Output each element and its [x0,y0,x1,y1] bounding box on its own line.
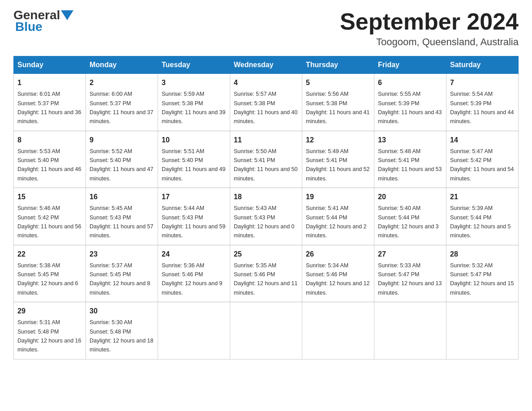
day-number: 2 [90,77,154,88]
calendar-cell: 14 Sunrise: 5:47 AMSunset: 5:42 PMDaylig… [446,131,519,188]
day-number: 11 [234,135,298,146]
day-number: 19 [306,192,370,202]
day-number: 6 [378,77,442,88]
day-number: 14 [450,135,515,146]
calendar-cell: 12 Sunrise: 5:49 AMSunset: 5:41 PMDaylig… [302,131,374,188]
calendar-cell: 22 Sunrise: 5:38 AMSunset: 5:45 PMDaylig… [14,245,86,302]
day-number: 20 [378,192,442,202]
day-info: Sunrise: 5:37 AMSunset: 5:45 PMDaylight:… [90,262,150,296]
day-info: Sunrise: 5:31 AMSunset: 5:48 PMDaylight:… [17,319,81,353]
calendar-cell: 10 Sunrise: 5:51 AMSunset: 5:40 PMDaylig… [158,131,230,188]
calendar-cell: 25 Sunrise: 5:35 AMSunset: 5:46 PMDaylig… [230,245,302,302]
day-number: 9 [90,135,154,146]
calendar-cell: 19 Sunrise: 5:41 AMSunset: 5:44 PMDaylig… [302,188,374,245]
calendar-cell: 7 Sunrise: 5:54 AMSunset: 5:39 PMDayligh… [446,74,519,131]
day-number: 23 [90,249,154,260]
title-area: September 2024 Toogoom, Queensland, Aust… [340,9,519,48]
calendar-cell: 6 Sunrise: 5:55 AMSunset: 5:39 PMDayligh… [374,74,446,131]
calendar-cell: 16 Sunrise: 5:45 AMSunset: 5:43 PMDaylig… [86,188,158,245]
calendar-cell [302,302,374,360]
day-info: Sunrise: 5:32 AMSunset: 5:47 PMDaylight:… [450,262,514,296]
day-info: Sunrise: 5:35 AMSunset: 5:46 PMDaylight:… [234,262,297,296]
calendar-cell: 21 Sunrise: 5:39 AMSunset: 5:44 PMDaylig… [446,188,519,245]
calendar-week-row: 22 Sunrise: 5:38 AMSunset: 5:45 PMDaylig… [14,245,519,302]
calendar-cell: 15 Sunrise: 5:46 AMSunset: 5:42 PMDaylig… [14,188,86,245]
calendar-cell: 18 Sunrise: 5:43 AMSunset: 5:43 PMDaylig… [230,188,302,245]
calendar-cell: 13 Sunrise: 5:48 AMSunset: 5:41 PMDaylig… [374,131,446,188]
day-info: Sunrise: 5:57 AMSunset: 5:38 PMDaylight:… [234,91,297,124]
logo-triangle-icon [61,10,73,20]
month-year-title: September 2024 [340,9,519,34]
day-number: 25 [234,249,298,260]
calendar-header-row: SundayMondayTuesdayWednesdayThursdayFrid… [14,56,519,74]
day-number: 10 [162,135,226,146]
calendar-week-row: 29 Sunrise: 5:31 AMSunset: 5:48 PMDaylig… [14,302,519,360]
day-info: Sunrise: 5:30 AMSunset: 5:48 PMDaylight:… [90,319,153,353]
day-info: Sunrise: 5:44 AMSunset: 5:43 PMDaylight:… [162,205,225,239]
day-number: 15 [17,192,82,202]
calendar-cell: 2 Sunrise: 6:00 AMSunset: 5:37 PMDayligh… [86,74,158,131]
calendar-cell: 4 Sunrise: 5:57 AMSunset: 5:38 PMDayligh… [230,74,302,131]
calendar-cell: 3 Sunrise: 5:59 AMSunset: 5:38 PMDayligh… [158,74,230,131]
calendar-cell [446,302,519,360]
col-header-friday: Friday [374,56,446,74]
col-header-sunday: Sunday [14,56,86,74]
calendar-cell: 30 Sunrise: 5:30 AMSunset: 5:48 PMDaylig… [86,302,158,360]
day-number: 18 [234,192,298,202]
day-number: 13 [378,135,442,146]
logo-blue-text: Blue [13,20,43,34]
day-number: 22 [17,249,82,260]
calendar-cell [158,302,230,360]
day-info: Sunrise: 5:34 AMSunset: 5:46 PMDaylight:… [306,262,369,296]
calendar-cell: 28 Sunrise: 5:32 AMSunset: 5:47 PMDaylig… [446,245,519,302]
location-subtitle: Toogoom, Queensland, Australia [340,36,519,48]
day-info: Sunrise: 5:43 AMSunset: 5:43 PMDaylight:… [234,205,295,239]
col-header-monday: Monday [86,56,158,74]
day-info: Sunrise: 5:40 AMSunset: 5:44 PMDaylight:… [378,205,439,239]
day-number: 1 [17,77,82,88]
day-number: 28 [450,249,515,260]
day-info: Sunrise: 5:38 AMSunset: 5:45 PMDaylight:… [17,262,78,296]
day-number: 24 [162,249,226,260]
day-number: 30 [90,306,154,317]
calendar-cell: 23 Sunrise: 5:37 AMSunset: 5:45 PMDaylig… [86,245,158,302]
calendar-week-row: 8 Sunrise: 5:53 AMSunset: 5:40 PMDayligh… [14,131,519,188]
calendar-cell: 5 Sunrise: 5:56 AMSunset: 5:38 PMDayligh… [302,74,374,131]
calendar-cell: 8 Sunrise: 5:53 AMSunset: 5:40 PMDayligh… [14,131,86,188]
col-header-saturday: Saturday [446,56,519,74]
day-info: Sunrise: 5:47 AMSunset: 5:42 PMDaylight:… [450,148,514,182]
day-info: Sunrise: 6:01 AMSunset: 5:37 PMDaylight:… [17,91,81,124]
day-number: 16 [90,192,154,202]
day-info: Sunrise: 6:00 AMSunset: 5:37 PMDaylight:… [90,91,153,124]
calendar-cell: 26 Sunrise: 5:34 AMSunset: 5:46 PMDaylig… [302,245,374,302]
calendar-cell [230,302,302,360]
day-info: Sunrise: 5:59 AMSunset: 5:38 PMDaylight:… [162,91,225,124]
day-info: Sunrise: 5:50 AMSunset: 5:41 PMDaylight:… [234,148,297,182]
calendar-cell: 29 Sunrise: 5:31 AMSunset: 5:48 PMDaylig… [14,302,86,360]
day-info: Sunrise: 5:53 AMSunset: 5:40 PMDaylight:… [17,148,81,182]
calendar-week-row: 15 Sunrise: 5:46 AMSunset: 5:42 PMDaylig… [14,188,519,245]
day-number: 7 [450,77,515,88]
page-header: General Blue September 2024 Toogoom, Que… [13,9,519,48]
day-number: 8 [17,135,82,146]
day-info: Sunrise: 5:39 AMSunset: 5:44 PMDaylight:… [450,205,511,239]
day-info: Sunrise: 5:54 AMSunset: 5:39 PMDaylight:… [450,91,514,124]
col-header-tuesday: Tuesday [158,56,230,74]
calendar-cell: 9 Sunrise: 5:52 AMSunset: 5:40 PMDayligh… [86,131,158,188]
calendar-cell: 27 Sunrise: 5:33 AMSunset: 5:47 PMDaylig… [374,245,446,302]
day-number: 17 [162,192,226,202]
col-header-wednesday: Wednesday [230,56,302,74]
day-info: Sunrise: 5:51 AMSunset: 5:40 PMDaylight:… [162,148,225,182]
calendar-cell: 24 Sunrise: 5:36 AMSunset: 5:46 PMDaylig… [158,245,230,302]
calendar-cell: 1 Sunrise: 6:01 AMSunset: 5:37 PMDayligh… [14,74,86,131]
day-info: Sunrise: 5:56 AMSunset: 5:38 PMDaylight:… [306,91,369,124]
day-number: 12 [306,135,370,146]
day-number: 4 [234,77,298,88]
day-info: Sunrise: 5:45 AMSunset: 5:43 PMDaylight:… [90,205,153,239]
day-info: Sunrise: 5:46 AMSunset: 5:42 PMDaylight:… [17,205,81,239]
logo: General Blue [13,9,74,34]
calendar-cell: 11 Sunrise: 5:50 AMSunset: 5:41 PMDaylig… [230,131,302,188]
day-number: 27 [378,249,442,260]
calendar-table: SundayMondayTuesdayWednesdayThursdayFrid… [13,56,519,360]
col-header-thursday: Thursday [302,56,374,74]
